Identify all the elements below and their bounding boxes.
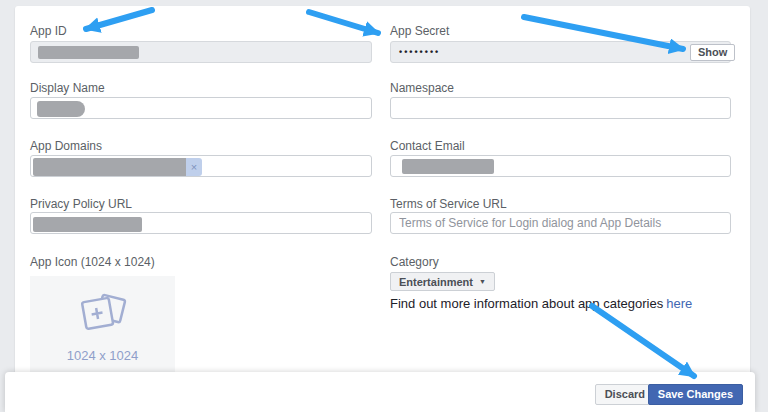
category-selected-value: Entertainment <box>399 276 473 288</box>
app-id-field <box>30 41 372 63</box>
domain-token-remove-icon[interactable]: × <box>186 158 202 176</box>
save-action-bar: Discard Save Changes <box>5 372 755 412</box>
category-dropdown[interactable]: Entertainment ▼ <box>390 272 495 291</box>
display-name-label: Display Name <box>30 82 372 95</box>
app-domains-redaction <box>33 158 186 176</box>
discard-button[interactable]: Discard <box>595 384 655 405</box>
app-secret-label: App Secret <box>390 25 731 38</box>
app-icon-dropzone[interactable]: 1024 x 1024 <box>30 276 175 382</box>
category-help-sentence: Find out more information about app cate… <box>390 296 663 311</box>
category-help-link[interactable]: here <box>666 296 692 311</box>
privacy-policy-redaction <box>33 217 142 232</box>
chevron-down-icon: ▼ <box>479 278 486 285</box>
photos-upload-icon <box>73 290 133 342</box>
contact-email-label: Contact Email <box>390 140 731 153</box>
app-secret-masked-value: •••••••• <box>399 47 440 58</box>
app-domains-label: App Domains <box>30 140 372 153</box>
display-name-redaction <box>37 101 85 117</box>
category-label: Category <box>390 256 731 269</box>
app-secret-field <box>390 41 731 63</box>
app-icon-label: App Icon (1024 x 1024) <box>30 256 372 269</box>
app-settings-screen: App ID App Secret •••••••• Show Display … <box>0 0 768 412</box>
app-id-label: App ID <box>30 25 372 38</box>
namespace-label: Namespace <box>390 82 731 95</box>
contact-email-redaction <box>402 159 494 174</box>
terms-of-service-url-label: Terms of Service URL <box>390 198 731 211</box>
basic-settings-card: App ID App Secret •••••••• Show Display … <box>15 6 750 412</box>
show-app-secret-button[interactable]: Show <box>690 44 735 61</box>
privacy-policy-url-label: Privacy Policy URL <box>30 198 372 211</box>
category-help-text: Find out more information about app cate… <box>390 296 692 311</box>
app-id-redaction <box>38 46 139 59</box>
terms-of-service-url-input[interactable] <box>390 212 731 234</box>
dropzone-size-text: 1024 x 1024 <box>30 348 175 363</box>
save-changes-button[interactable]: Save Changes <box>648 384 743 405</box>
namespace-input[interactable] <box>390 97 731 119</box>
